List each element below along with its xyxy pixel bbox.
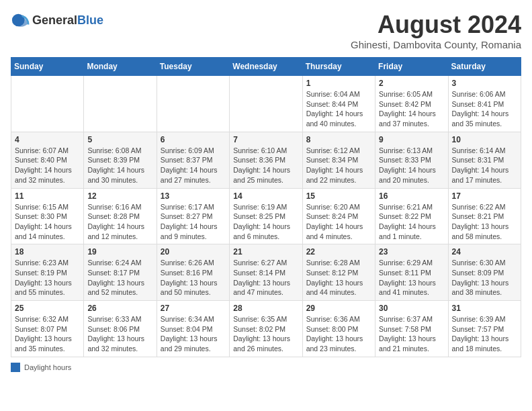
day-info: Sunrise: 6:29 AM Sunset: 8:11 PM Dayligh…: [379, 258, 444, 298]
day-info: Sunrise: 6:09 AM Sunset: 8:37 PM Dayligh…: [161, 146, 226, 185]
day-number: 6: [161, 135, 226, 144]
legend-label: Daylight hours: [24, 363, 71, 371]
day-number: 19: [87, 247, 152, 257]
month-title: August 2024: [351, 11, 521, 39]
logo-text-general: General: [32, 13, 77, 27]
day-info: Sunrise: 6:20 AM Sunset: 8:24 PM Dayligh…: [306, 202, 371, 242]
day-number: 7: [233, 135, 298, 144]
day-number: 25: [15, 304, 80, 313]
day-info: Sunrise: 6:06 AM Sunset: 8:41 PM Dayligh…: [452, 89, 517, 129]
day-info: Sunrise: 6:34 AM Sunset: 8:04 PM Dayligh…: [161, 314, 226, 354]
calendar-header-cell: Sunday: [11, 58, 84, 76]
logo: GeneralBlue: [11, 11, 103, 30]
day-number: 13: [161, 191, 226, 201]
day-number: 9: [379, 135, 444, 144]
calendar-cell: [157, 76, 229, 132]
day-number: 12: [87, 191, 152, 201]
day-number: 29: [306, 304, 371, 313]
calendar-cell: 12Sunrise: 6:16 AM Sunset: 8:28 PM Dayli…: [84, 188, 157, 244]
calendar-week-row: 25Sunrise: 6:32 AM Sunset: 8:07 PM Dayli…: [11, 301, 521, 357]
calendar-cell: 3Sunrise: 6:06 AM Sunset: 8:41 PM Daylig…: [448, 76, 521, 132]
day-number: 30: [379, 304, 444, 313]
logo-icon: [11, 11, 30, 30]
day-number: 10: [452, 135, 517, 144]
calendar-cell: 8Sunrise: 6:12 AM Sunset: 8:34 PM Daylig…: [302, 132, 375, 188]
calendar-cell: 28Sunrise: 6:35 AM Sunset: 8:02 PM Dayli…: [230, 301, 302, 357]
day-info: Sunrise: 6:05 AM Sunset: 8:42 PM Dayligh…: [379, 89, 444, 129]
legend-box-icon: [11, 363, 20, 372]
day-number: 11: [15, 191, 80, 201]
calendar-cell: 4Sunrise: 6:07 AM Sunset: 8:40 PM Daylig…: [11, 132, 84, 188]
day-number: 27: [161, 304, 226, 313]
day-number: 14: [233, 191, 298, 201]
calendar-table: SundayMondayTuesdayWednesdayThursdayFrid…: [11, 57, 521, 357]
calendar-cell: 16Sunrise: 6:21 AM Sunset: 8:22 PM Dayli…: [375, 188, 448, 244]
day-info: Sunrise: 6:10 AM Sunset: 8:36 PM Dayligh…: [233, 146, 298, 185]
day-number: 21: [233, 247, 298, 257]
day-info: Sunrise: 6:19 AM Sunset: 8:25 PM Dayligh…: [233, 202, 298, 242]
calendar-cell: 27Sunrise: 6:34 AM Sunset: 8:04 PM Dayli…: [157, 301, 229, 357]
calendar-week-row: 18Sunrise: 6:23 AM Sunset: 8:19 PM Dayli…: [11, 244, 521, 301]
day-number: 16: [379, 191, 444, 201]
day-info: Sunrise: 6:23 AM Sunset: 8:19 PM Dayligh…: [15, 258, 80, 298]
calendar-cell: 20Sunrise: 6:26 AM Sunset: 8:16 PM Dayli…: [157, 244, 229, 301]
day-info: Sunrise: 6:12 AM Sunset: 8:34 PM Dayligh…: [306, 146, 371, 185]
calendar-cell: 1Sunrise: 6:04 AM Sunset: 8:44 PM Daylig…: [302, 76, 375, 132]
calendar-week-row: 4Sunrise: 6:07 AM Sunset: 8:40 PM Daylig…: [11, 132, 521, 188]
header: GeneralBlue August 2024 Ghinesti, Dambov…: [11, 11, 521, 50]
calendar-cell: 21Sunrise: 6:27 AM Sunset: 8:14 PM Dayli…: [230, 244, 302, 301]
calendar-cell: 10Sunrise: 6:14 AM Sunset: 8:31 PM Dayli…: [448, 132, 521, 188]
calendar-cell: 25Sunrise: 6:32 AM Sunset: 8:07 PM Dayli…: [11, 301, 84, 357]
day-info: Sunrise: 6:08 AM Sunset: 8:39 PM Dayligh…: [87, 146, 152, 185]
day-info: Sunrise: 6:17 AM Sunset: 8:27 PM Dayligh…: [161, 202, 226, 242]
day-number: 3: [452, 79, 517, 88]
day-number: 4: [15, 135, 80, 144]
day-info: Sunrise: 6:15 AM Sunset: 8:30 PM Dayligh…: [15, 202, 80, 242]
logo-text-blue: Blue: [77, 13, 103, 27]
calendar-cell: 6Sunrise: 6:09 AM Sunset: 8:37 PM Daylig…: [157, 132, 229, 188]
calendar-header-cell: Friday: [375, 58, 448, 76]
day-info: Sunrise: 6:13 AM Sunset: 8:33 PM Dayligh…: [379, 146, 444, 185]
day-info: Sunrise: 6:14 AM Sunset: 8:31 PM Dayligh…: [452, 146, 517, 185]
calendar-cell: 5Sunrise: 6:08 AM Sunset: 8:39 PM Daylig…: [84, 132, 157, 188]
day-info: Sunrise: 6:32 AM Sunset: 8:07 PM Dayligh…: [15, 314, 80, 354]
calendar-header-row: SundayMondayTuesdayWednesdayThursdayFrid…: [11, 58, 521, 76]
calendar-cell: 23Sunrise: 6:29 AM Sunset: 8:11 PM Dayli…: [375, 244, 448, 301]
day-number: 26: [87, 304, 152, 313]
calendar-cell: 24Sunrise: 6:30 AM Sunset: 8:09 PM Dayli…: [448, 244, 521, 301]
day-info: Sunrise: 6:07 AM Sunset: 8:40 PM Dayligh…: [15, 146, 80, 185]
day-info: Sunrise: 6:37 AM Sunset: 7:58 PM Dayligh…: [379, 314, 444, 354]
calendar-cell: 7Sunrise: 6:10 AM Sunset: 8:36 PM Daylig…: [230, 132, 302, 188]
day-number: 22: [306, 247, 371, 257]
day-info: Sunrise: 6:04 AM Sunset: 8:44 PM Dayligh…: [306, 89, 371, 129]
calendar-cell: 17Sunrise: 6:22 AM Sunset: 8:21 PM Dayli…: [448, 188, 521, 244]
day-number: 17: [452, 191, 517, 201]
calendar-cell: 14Sunrise: 6:19 AM Sunset: 8:25 PM Dayli…: [230, 188, 302, 244]
calendar-cell: [11, 76, 84, 132]
day-info: Sunrise: 6:26 AM Sunset: 8:16 PM Dayligh…: [161, 258, 226, 298]
day-info: Sunrise: 6:33 AM Sunset: 8:06 PM Dayligh…: [87, 314, 152, 354]
day-info: Sunrise: 6:21 AM Sunset: 8:22 PM Dayligh…: [379, 202, 444, 242]
calendar-cell: 30Sunrise: 6:37 AM Sunset: 7:58 PM Dayli…: [375, 301, 448, 357]
day-info: Sunrise: 6:30 AM Sunset: 8:09 PM Dayligh…: [452, 258, 517, 298]
calendar-cell: 31Sunrise: 6:39 AM Sunset: 7:57 PM Dayli…: [448, 301, 521, 357]
calendar-cell: [230, 76, 302, 132]
day-number: 5: [87, 135, 152, 144]
calendar-cell: 29Sunrise: 6:36 AM Sunset: 8:00 PM Dayli…: [302, 301, 375, 357]
day-info: Sunrise: 6:36 AM Sunset: 8:00 PM Dayligh…: [306, 314, 371, 354]
calendar-week-row: 11Sunrise: 6:15 AM Sunset: 8:30 PM Dayli…: [11, 188, 521, 244]
day-info: Sunrise: 6:28 AM Sunset: 8:12 PM Dayligh…: [306, 258, 371, 298]
day-number: 23: [379, 247, 444, 257]
day-info: Sunrise: 6:27 AM Sunset: 8:14 PM Dayligh…: [233, 258, 298, 298]
day-number: 24: [452, 247, 517, 257]
calendar-cell: 22Sunrise: 6:28 AM Sunset: 8:12 PM Dayli…: [302, 244, 375, 301]
day-info: Sunrise: 6:39 AM Sunset: 7:57 PM Dayligh…: [452, 314, 517, 354]
footer: Daylight hours: [11, 363, 521, 372]
day-info: Sunrise: 6:24 AM Sunset: 8:17 PM Dayligh…: [87, 258, 152, 298]
calendar-cell: 11Sunrise: 6:15 AM Sunset: 8:30 PM Dayli…: [11, 188, 84, 244]
calendar-cell: 26Sunrise: 6:33 AM Sunset: 8:06 PM Dayli…: [84, 301, 157, 357]
location-title: Ghinesti, Dambovita County, Romania: [351, 39, 521, 50]
day-number: 15: [306, 191, 371, 201]
day-number: 18: [15, 247, 80, 257]
calendar-cell: 9Sunrise: 6:13 AM Sunset: 8:33 PM Daylig…: [375, 132, 448, 188]
